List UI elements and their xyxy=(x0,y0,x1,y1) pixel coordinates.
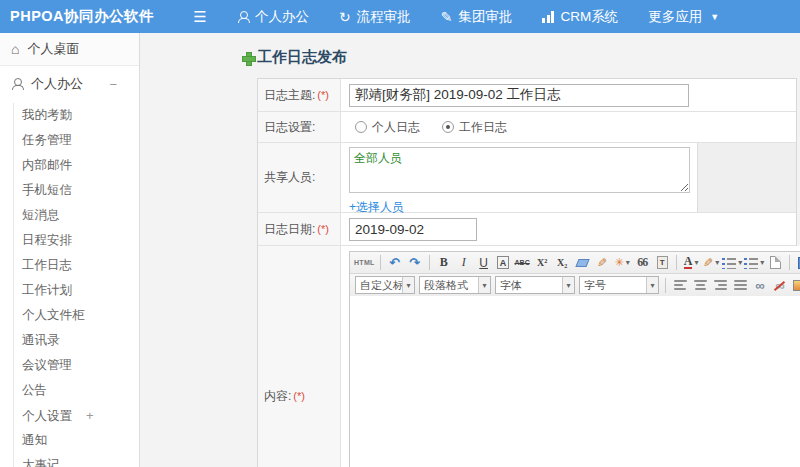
paint-format-icon: ✳ xyxy=(615,256,624,269)
topbar: PHPOA协同办公软件 ☰ 个人办公 ↻ 流程审批 ✎ 集团审批 CRM系统 更… xyxy=(0,0,800,33)
sidebar-item-work-log[interactable]: 工作日志 xyxy=(14,253,139,278)
app-window: PHPOA协同办公软件 ☰ 个人办公 ↻ 流程审批 ✎ 集团审批 CRM系统 更… xyxy=(0,0,800,467)
radio-icon[interactable] xyxy=(355,121,367,133)
date-label: 日志日期: xyxy=(264,221,315,238)
add-icon xyxy=(242,52,254,64)
sidebar: ⌂ 个人桌面 个人办公 − 我的考勤 任务管理 内部邮件 手机短信 短消息 日程… xyxy=(0,33,140,467)
date-input[interactable] xyxy=(349,218,477,241)
sidebar-item-notifications[interactable]: 通知 xyxy=(14,428,139,453)
sidebar-submenu: 我的考勤 任务管理 内部邮件 手机短信 短消息 日程安排 工作日志 工作计划 个… xyxy=(13,103,139,467)
person-icon xyxy=(11,78,23,90)
font-family-dropdown[interactable]: 字体 ▾ xyxy=(495,276,575,294)
chart-icon xyxy=(542,11,554,23)
nav-more-apps[interactable]: 更多应用 ▼ xyxy=(648,8,719,26)
sidebar-item-mail[interactable]: 内部邮件 xyxy=(14,153,139,178)
sidebar-item-contacts[interactable]: 通讯录 xyxy=(14,328,139,353)
radio-checked-icon[interactable] xyxy=(442,121,454,133)
sidebar-item-schedule[interactable]: 日程安排 xyxy=(14,228,139,253)
font-size-dropdown[interactable]: 字号 ▾ xyxy=(579,276,659,294)
caret-down-icon: ▾ xyxy=(738,258,742,267)
caret-down-icon: ▾ xyxy=(646,277,658,293)
person-icon xyxy=(237,11,249,23)
menu-toggle-icon[interactable]: ☰ xyxy=(185,8,215,26)
form-row-share: 共享人员: 全部人员 +选择人员 xyxy=(258,143,796,213)
align-right-icon xyxy=(714,279,727,291)
top-nav: 个人办公 ↻ 流程审批 ✎ 集团审批 CRM系统 更多应用 ▼ xyxy=(237,8,719,26)
unordered-list-button[interactable]: ▾ xyxy=(744,254,764,271)
sidebar-item-attendance[interactable]: 我的考勤 xyxy=(14,103,139,128)
align-justify-button[interactable] xyxy=(731,277,749,294)
sidebar-item-file-cabinet[interactable]: 个人文件柜 xyxy=(14,303,139,328)
italic-button[interactable]: I xyxy=(455,254,473,271)
font-box-button[interactable]: A xyxy=(497,256,510,269)
underline-button[interactable]: U xyxy=(475,254,493,271)
main-content: 工作日志发布 日志主题: (*) 日志设置: xyxy=(141,33,800,467)
paint-format-button[interactable]: ✳▾ xyxy=(613,254,631,271)
radio-work-log[interactable]: 工作日志 xyxy=(442,119,507,136)
sidebar-item-settings[interactable]: 个人设置+ xyxy=(14,403,139,428)
collapse-icon[interactable]: − xyxy=(109,77,117,92)
unordered-list-icon xyxy=(744,257,758,269)
sidebar-item-label: 个人桌面 xyxy=(27,40,79,58)
paste-as-text-button[interactable]: T xyxy=(653,254,671,271)
ordered-list-button[interactable]: ▾ xyxy=(722,254,742,271)
highlight-icon: ✎ xyxy=(703,256,713,270)
align-center-icon xyxy=(694,279,707,291)
editor-content[interactable] xyxy=(350,296,800,467)
paste-text-icon: T xyxy=(657,256,668,269)
image-manager-button[interactable] xyxy=(795,254,800,271)
align-justify-icon xyxy=(734,279,747,291)
sidebar-item-work-plan[interactable]: 工作计划 xyxy=(14,278,139,303)
align-center-button[interactable] xyxy=(691,277,709,294)
radio-personal-log[interactable]: 个人日志 xyxy=(355,119,420,136)
insert-image-button[interactable] xyxy=(791,277,800,294)
redo-button[interactable]: ↷ xyxy=(406,254,424,271)
highlight-color-button[interactable]: ✎▾ xyxy=(702,254,720,271)
caret-down-icon: ▾ xyxy=(478,277,490,293)
rich-text-editor: HTML ↶ ↷ B I U A ABC X² X₂ xyxy=(349,251,800,467)
share-members-textarea[interactable]: 全部人员 xyxy=(349,147,690,193)
nav-label: 集团审批 xyxy=(458,8,512,26)
sidebar-item-sms[interactable]: 手机短信 xyxy=(14,178,139,203)
strikethrough-button[interactable]: ABC xyxy=(513,254,531,271)
bold-button[interactable]: B xyxy=(435,254,453,271)
subject-input[interactable] xyxy=(349,84,689,107)
required-marker: (*) xyxy=(293,390,305,402)
source-code-button[interactable]: HTML xyxy=(354,254,375,271)
subscript-button[interactable]: X₂ xyxy=(553,254,571,271)
blockquote-button[interactable]: 66 xyxy=(633,254,651,271)
form-row-date: 日志日期: (*) xyxy=(258,213,796,246)
nav-personal-office[interactable]: 个人办公 xyxy=(237,8,309,26)
nav-crm-system[interactable]: CRM系统 xyxy=(542,8,618,26)
sidebar-item-tasks[interactable]: 任务管理 xyxy=(14,128,139,153)
insert-link-button[interactable]: ∞ xyxy=(751,277,769,294)
align-right-button[interactable] xyxy=(711,277,729,294)
nav-label: 流程审批 xyxy=(357,8,411,26)
sidebar-section-personal-office[interactable]: 个人办公 − xyxy=(0,69,139,99)
paragraph-format-dropdown[interactable]: 段落格式 ▾ xyxy=(419,276,491,294)
nav-group-approval[interactable]: ✎ 集团审批 xyxy=(441,8,513,26)
process-icon: ↻ xyxy=(339,10,351,24)
content-label: 内容: xyxy=(264,388,291,405)
page-title: 工作日志发布 xyxy=(242,48,347,67)
font-color-button[interactable]: A▾ xyxy=(682,254,700,271)
align-left-button[interactable] xyxy=(671,277,689,294)
new-page-button[interactable] xyxy=(766,254,784,271)
sidebar-item-events[interactable]: 大事记 xyxy=(14,453,139,467)
expand-icon[interactable]: + xyxy=(86,408,94,423)
share-label: 共享人员: xyxy=(264,169,315,186)
sidebar-item-desktop[interactable]: ⌂ 个人桌面 xyxy=(0,33,139,66)
sidebar-item-announcements[interactable]: 公告 xyxy=(14,378,139,403)
custom-heading-dropdown[interactable]: 自定义标题 ▾ xyxy=(355,276,415,294)
eraser-button[interactable] xyxy=(573,254,591,271)
image-icon xyxy=(793,280,800,291)
clean-format-button[interactable]: ✎ xyxy=(593,254,611,271)
superscript-button[interactable]: X² xyxy=(533,254,551,271)
sidebar-item-messages[interactable]: 短消息 xyxy=(14,203,139,228)
caret-down-icon: ▾ xyxy=(562,277,574,293)
nav-process-approval[interactable]: ↻ 流程审批 xyxy=(339,8,411,26)
sidebar-item-meetings[interactable]: 会议管理 xyxy=(14,353,139,378)
subject-label: 日志主题: xyxy=(264,87,315,104)
remove-link-button[interactable]: ∞ xyxy=(771,277,789,294)
undo-button[interactable]: ↶ xyxy=(386,254,404,271)
